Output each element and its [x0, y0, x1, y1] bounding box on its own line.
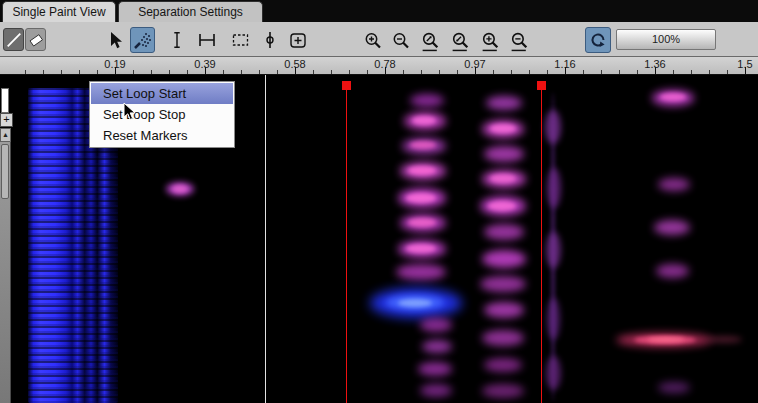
- ruler-tick: [115, 67, 116, 74]
- cursor-arrow-icon: [123, 102, 137, 122]
- zoom-out-vertical-button[interactable]: [506, 30, 533, 52]
- airbrush-icon: [133, 30, 153, 50]
- ruler-tick: [43, 70, 44, 74]
- ruler-tick: [745, 67, 746, 74]
- ruler-tick: [565, 67, 566, 74]
- anchor-line-icon: [260, 30, 280, 50]
- ruler-tick: [421, 70, 422, 74]
- vertical-line-icon: [168, 30, 186, 50]
- line-icon: [5, 31, 23, 49]
- ruler-tick: [331, 70, 332, 74]
- spectro-blob: [410, 141, 436, 149]
- tab-separation-settings[interactable]: Separation Settings: [118, 1, 263, 22]
- zoom-out-button[interactable]: [388, 30, 413, 52]
- spectro-blob: [484, 146, 524, 162]
- ruler-tick: [655, 67, 656, 74]
- menu-item-set-loop-stop[interactable]: Set Loop Stop: [91, 104, 233, 125]
- ruler-tick: [547, 70, 548, 74]
- spectro-blob: [408, 166, 436, 175]
- ruler-tick: [601, 70, 602, 74]
- spectro-blob: [484, 224, 524, 240]
- zoom-out-horizontal-button[interactable]: [447, 30, 474, 52]
- spectro-blob: [490, 124, 516, 133]
- tab-bar: Single Paint View Separation Settings: [0, 0, 758, 22]
- timeline-ruler[interactable]: 0.190.390.580.780.971.161.361.5: [0, 57, 758, 75]
- spectro-blob: [412, 116, 436, 125]
- marquee-select-tool-button[interactable]: [227, 28, 254, 52]
- ruler-tick: [133, 70, 134, 74]
- spectro-blob: [546, 356, 561, 390]
- scrollbar-thumb[interactable]: [1, 144, 9, 199]
- spectro-blob: [480, 276, 526, 292]
- ruler-tick: [529, 70, 530, 74]
- zoom-in-vertical-button[interactable]: [477, 30, 504, 52]
- ruler-tick: [151, 70, 152, 74]
- horizontal-measure-tool-button[interactable]: [193, 28, 221, 52]
- spectro-blob: [484, 302, 524, 318]
- add-region-tool-button[interactable]: [286, 28, 309, 52]
- loop-playback-button[interactable]: [585, 27, 611, 53]
- arrow-cursor-icon: [106, 30, 126, 50]
- zoom-in-horizontal-button[interactable]: [417, 30, 444, 52]
- loop-marker-line: [346, 90, 347, 403]
- line-tool-button[interactable]: [3, 28, 24, 51]
- airbrush-tool-button[interactable]: [130, 27, 155, 53]
- spectro-blob: [420, 318, 452, 332]
- loop-marker-line: [541, 90, 542, 403]
- spectro-blob: [420, 384, 452, 397]
- spectro-blob: [658, 178, 690, 191]
- spectro-blob: [172, 185, 188, 193]
- ruler-tick: [385, 67, 386, 74]
- ruler-tick: [403, 70, 404, 74]
- ruler-tick: [169, 70, 170, 74]
- vertical-scrollbar[interactable]: [0, 142, 11, 403]
- zoom-in-icon: [363, 31, 383, 51]
- spectro-blob: [547, 298, 560, 340]
- spectro-blob: [656, 264, 689, 278]
- ruler-tick: [205, 67, 206, 74]
- spectro-blob: [406, 244, 436, 253]
- ruler-tick: [97, 70, 98, 74]
- ruler-tick: [61, 70, 62, 74]
- spectro-blob: [660, 93, 686, 101]
- spectro-blob: [396, 264, 446, 280]
- ruler-tick: [673, 70, 674, 74]
- horizontal-measure-icon: [196, 30, 218, 50]
- zoom-in-button[interactable]: [360, 30, 385, 52]
- spectro-blob: [490, 174, 516, 183]
- ruler-tick: [583, 70, 584, 74]
- menu-item-set-loop-start[interactable]: Set Loop Start: [91, 83, 233, 104]
- ruler-tick: [727, 70, 728, 74]
- eraser-tool-button[interactable]: [25, 28, 46, 51]
- add-button[interactable]: +: [0, 113, 13, 127]
- ruler-tick: [295, 67, 296, 74]
- spectro-blob: [546, 232, 561, 268]
- ruler-tick: [637, 70, 638, 74]
- ruler-tick: [349, 70, 350, 74]
- arrow-tool-button[interactable]: [103, 27, 128, 53]
- loop-stop-marker[interactable]: [537, 81, 546, 90]
- ruler-tick: [475, 67, 476, 74]
- spectro-blob: [482, 330, 524, 346]
- eraser-icon: [27, 31, 45, 49]
- zoom-level-display[interactable]: 100%: [616, 29, 716, 50]
- scroll-up-button[interactable]: ▲: [0, 128, 11, 142]
- ruler-tick: [511, 70, 512, 74]
- spectro-blob: [406, 193, 436, 203]
- spectro-blob: [488, 201, 516, 211]
- ruler-tick: [457, 70, 458, 74]
- zoom-out-horizontal-icon: [450, 31, 471, 52]
- menu-item-reset-markers[interactable]: Reset Markers: [91, 125, 233, 146]
- loop-start-marker[interactable]: [342, 81, 351, 90]
- ruler-tick: [277, 70, 278, 74]
- spectro-blob: [547, 168, 561, 208]
- vertical-zoom-slider[interactable]: [1, 88, 9, 113]
- tab-single-paint-view[interactable]: Single Paint View: [2, 1, 116, 22]
- spectro-blob: [410, 94, 444, 107]
- time-anchor-tool-button[interactable]: [258, 28, 282, 52]
- context-menu: Set Loop StartSet Loop StopReset Markers: [89, 81, 235, 148]
- vertical-line-tool-button[interactable]: [166, 28, 187, 52]
- ruler-tick: [259, 70, 260, 74]
- zoom-out-vertical-icon: [509, 31, 530, 52]
- ruler-tick: [439, 70, 440, 74]
